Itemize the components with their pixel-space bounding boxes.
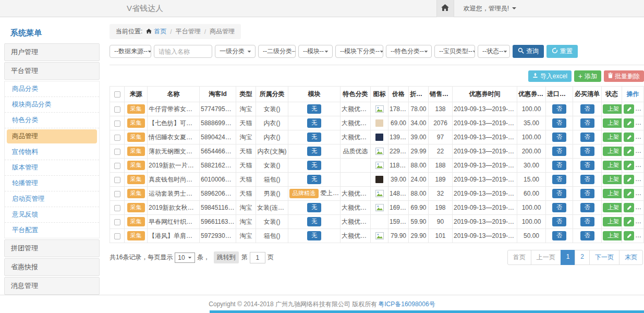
edit-button[interactable] xyxy=(624,231,634,240)
row-checkbox[interactable] xyxy=(114,219,120,225)
search-button[interactable]: 查询 xyxy=(513,45,544,58)
edit-button[interactable] xyxy=(624,161,634,170)
page-button-1[interactable]: 1 xyxy=(561,250,576,265)
must-buy-toggle[interactable]: 否 xyxy=(580,175,594,184)
status-button[interactable]: 上架 xyxy=(603,203,622,212)
select-all-checkbox[interactable] xyxy=(114,91,120,98)
must-buy-toggle[interactable]: 否 xyxy=(580,104,594,113)
sidebar-item-消息管理[interactable]: 消息管理 xyxy=(4,277,100,295)
edit-button[interactable] xyxy=(624,147,634,156)
import-select-toggle[interactable]: 否 xyxy=(552,104,566,113)
page-button-上一页[interactable]: 上一页 xyxy=(531,250,561,265)
row-checkbox[interactable] xyxy=(114,205,120,211)
edit-button[interactable] xyxy=(624,175,634,184)
cell-operations xyxy=(622,201,644,215)
sidebar-subitem-特色分类[interactable]: 特色分类 xyxy=(5,113,99,128)
row-checkbox[interactable] xyxy=(114,135,120,141)
import-select-toggle[interactable]: 否 xyxy=(552,133,566,141)
sidebar-subitem-启动页管理[interactable]: 启动页管理 xyxy=(5,191,99,207)
import-select-toggle[interactable]: 否 xyxy=(552,203,566,212)
sidebar-subitem-意见反馈[interactable]: 意见反馈 xyxy=(5,207,99,223)
row-checkbox[interactable] xyxy=(114,106,120,113)
import-select-toggle[interactable]: 否 xyxy=(552,231,566,240)
sidebar-item-平台管理[interactable]: 平台管理 xyxy=(4,62,100,80)
must-buy-toggle[interactable]: 否 xyxy=(580,231,594,240)
home-button[interactable] xyxy=(436,0,454,17)
row-checkbox[interactable] xyxy=(114,149,120,155)
edit-button[interactable] xyxy=(624,203,634,212)
sidebar-subitem-宣传物料[interactable]: 宣传物料 xyxy=(5,145,99,160)
jump-page-input[interactable] xyxy=(250,252,265,263)
must-buy-toggle[interactable]: 否 xyxy=(580,133,594,141)
import-select-toggle[interactable]: 否 xyxy=(552,147,566,155)
app-title: V省钱达人 xyxy=(127,4,163,14)
import-select-toggle[interactable]: 否 xyxy=(552,175,566,184)
sidebar-subitem-商品管理[interactable]: 商品管理 xyxy=(7,129,97,143)
status-button[interactable]: 上架 xyxy=(603,118,622,127)
status-button[interactable]: 上架 xyxy=(603,231,622,240)
batch-delete-button[interactable]: 批量删除 xyxy=(604,70,644,82)
page-button-首页[interactable]: 首页 xyxy=(507,250,531,265)
status-button[interactable]: 上架 xyxy=(603,217,622,226)
must-buy-toggle[interactable]: 否 xyxy=(580,161,594,170)
edit-button[interactable] xyxy=(624,104,634,114)
sidebar-subitem-模块商品分类[interactable]: 模块商品分类 xyxy=(5,97,99,113)
breadcrumb-item-goods[interactable]: 商品管理 xyxy=(210,27,235,36)
cell-coupon-amount: 35.00 xyxy=(517,116,546,130)
breadcrumb-home-link[interactable]: 首页 xyxy=(146,27,166,36)
status-button[interactable]: 上架 xyxy=(603,104,622,113)
status-button[interactable]: 上架 xyxy=(603,161,622,170)
row-checkbox[interactable] xyxy=(114,191,120,197)
filter-select-level2-category[interactable]: --二级分类-- xyxy=(258,45,296,58)
cell-type: 天猫 xyxy=(236,116,256,130)
status-button[interactable]: 上架 xyxy=(603,133,622,141)
page-button-2[interactable]: 2 xyxy=(575,250,590,265)
status-button[interactable]: 上架 xyxy=(603,189,622,198)
must-buy-toggle[interactable]: 否 xyxy=(580,147,594,155)
row-checkbox[interactable] xyxy=(114,121,120,127)
filter-select-level1-category[interactable]: 一级分类 xyxy=(215,45,256,58)
row-checkbox[interactable] xyxy=(114,177,120,183)
breadcrumb-item-platform[interactable]: 平台管理 xyxy=(176,27,201,36)
filter-select-status[interactable]: --状态-- xyxy=(478,45,510,58)
status-button[interactable]: 上架 xyxy=(603,175,622,184)
sidebar-subitem-轮播管理[interactable]: 轮播管理 xyxy=(5,176,99,191)
import-select-toggle[interactable]: 否 xyxy=(552,217,566,226)
import-select-toggle[interactable]: 否 xyxy=(552,189,566,198)
edit-button[interactable] xyxy=(624,118,634,128)
sidebar-subitem-商品分类[interactable]: 商品分类 xyxy=(5,81,99,97)
reset-button[interactable]: 重置 xyxy=(546,45,578,58)
filter-select-feature-category[interactable]: --特色分类-- xyxy=(386,45,432,58)
page-button-下一页[interactable]: 下一页 xyxy=(589,250,619,265)
user-menu[interactable]: 欢迎您，管理员! xyxy=(464,4,516,13)
must-buy-toggle[interactable]: 否 xyxy=(580,189,594,198)
import-excel-button[interactable]: 导入excel xyxy=(528,70,572,82)
sidebar-subitem-版本管理[interactable]: 版本管理 xyxy=(5,160,99,176)
sidebar-item-拼团管理[interactable]: 拼团管理 xyxy=(4,239,100,257)
row-checkbox[interactable] xyxy=(114,163,120,169)
page-button-末页[interactable]: 末页 xyxy=(619,250,643,265)
must-buy-toggle[interactable]: 否 xyxy=(580,203,594,212)
jump-button[interactable]: 跳转到 xyxy=(214,251,239,263)
import-select-toggle[interactable]: 否 xyxy=(552,161,566,170)
name-search-input[interactable] xyxy=(154,45,212,58)
sidebar-item-用户管理[interactable]: 用户管理 xyxy=(4,43,100,61)
import-select-toggle[interactable]: 否 xyxy=(552,118,566,127)
icp-link[interactable]: 粤ICP备16098006号 xyxy=(378,300,435,309)
filter-select-data-source[interactable]: --数据来源-- xyxy=(110,45,151,58)
row-checkbox[interactable] xyxy=(114,233,120,239)
cell-coupon-amount: 60.00 xyxy=(517,187,546,201)
edit-button[interactable] xyxy=(624,133,634,142)
edit-button[interactable] xyxy=(624,217,634,226)
status-button[interactable]: 上架 xyxy=(603,147,622,155)
filter-select-item-type[interactable]: --宝贝类型-- xyxy=(434,45,475,58)
must-buy-toggle[interactable]: 否 xyxy=(580,217,594,226)
per-page-select[interactable]: 10 xyxy=(175,252,195,263)
filter-select-module-sub-category[interactable]: --模块下分类-- xyxy=(335,45,383,58)
add-button[interactable]: + 添加 xyxy=(574,70,601,82)
sidebar-item-省惠快报[interactable]: 省惠快报 xyxy=(4,258,100,276)
sidebar-subitem-平台配置[interactable]: 平台配置 xyxy=(5,223,99,238)
filter-select-module[interactable]: --模块-- xyxy=(298,45,333,58)
edit-button[interactable] xyxy=(624,189,634,198)
must-buy-toggle[interactable]: 否 xyxy=(580,118,594,127)
